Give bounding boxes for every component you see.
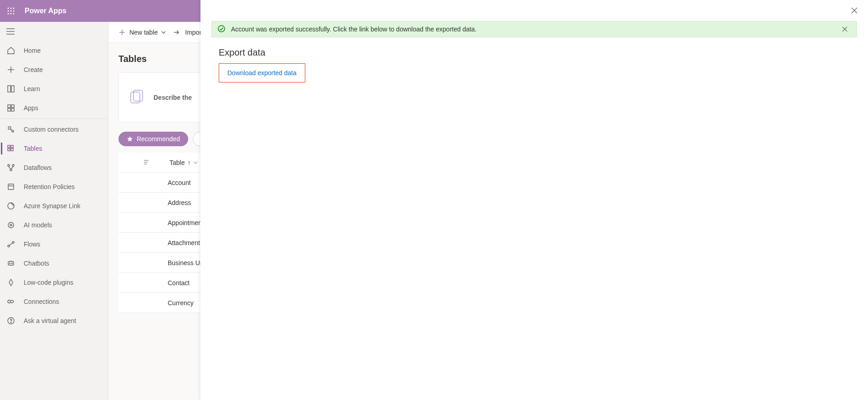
app-title: Power Apps [25, 7, 67, 15]
plus-icon [6, 65, 15, 74]
hamburger-icon [6, 28, 15, 35]
nav-collapse-toggle[interactable] [0, 22, 108, 41]
nav-low-code-plugins[interactable]: Low-code plugins [0, 273, 108, 292]
panel-close-button[interactable] [848, 4, 861, 17]
col-table-header[interactable]: Table ↑ [169, 159, 198, 166]
star-icon [127, 136, 133, 142]
svg-point-37 [8, 222, 14, 228]
svg-rect-41 [8, 262, 14, 265]
svg-rect-27 [11, 145, 13, 148]
nav-label: Flows [24, 241, 41, 248]
nav-label: Dataflows [24, 164, 51, 171]
close-icon [842, 26, 848, 32]
banner-dismiss-button[interactable] [838, 23, 851, 36]
nav-azure-synapse-link[interactable]: Azure Synapse Link [0, 196, 108, 215]
svg-point-58 [218, 26, 225, 32]
nav-ai-models[interactable]: AI models [0, 215, 108, 235]
nav-custom-connectors[interactable]: Custom connectors [0, 120, 108, 139]
svg-point-6 [8, 13, 9, 15]
banner-message: Account was exported successfully. Click… [231, 26, 833, 33]
chatbots-icon [6, 259, 15, 268]
svg-rect-18 [8, 105, 10, 108]
nav-label: Custom connectors [24, 126, 79, 133]
svg-point-5 [13, 10, 15, 12]
svg-rect-25 [8, 145, 10, 148]
connector-icon [6, 125, 15, 134]
nav-label: Chatbots [24, 260, 49, 267]
nav-apps[interactable]: Apps [0, 98, 108, 118]
svg-point-47 [10, 322, 11, 323]
export-data-panel: Account was exported successfully. Click… [200, 0, 868, 400]
connections-icon [6, 297, 15, 306]
nav-home[interactable]: Home [0, 41, 108, 60]
success-check-icon [217, 25, 226, 34]
import-button[interactable]: Import [173, 29, 203, 36]
sort-direction-indicator: ↑ [187, 159, 190, 166]
svg-rect-19 [11, 105, 14, 108]
apps-icon [6, 103, 15, 113]
table-cell: Attachment [118, 239, 200, 246]
new-table-button[interactable]: New table [118, 29, 166, 36]
svg-point-44 [12, 263, 13, 264]
nav-label: Ask a virtual agent [24, 317, 76, 324]
chevron-down-icon [161, 30, 166, 35]
success-banner: Account was exported successfully. Click… [211, 21, 857, 37]
svg-point-29 [8, 164, 10, 166]
nav-connections[interactable]: Connections [0, 292, 108, 311]
nav-flows[interactable]: Flows [0, 235, 108, 254]
plus-icon [118, 29, 126, 36]
nav-create[interactable]: Create [0, 60, 108, 79]
nav-tables[interactable]: Tables [0, 139, 108, 158]
download-link-highlight: Download exported data [219, 63, 305, 82]
nav-label: Retention Policies [24, 183, 75, 190]
synapse-icon [6, 201, 15, 210]
waffle-menu[interactable] [4, 4, 18, 18]
nav-label: Tables [24, 145, 42, 152]
col-label-text: Table [169, 159, 185, 166]
list-sort-icon[interactable] [143, 159, 149, 166]
nav-retention-policies[interactable]: Retention Policies [0, 177, 108, 196]
retention-icon [6, 182, 15, 191]
svg-rect-20 [8, 108, 10, 111]
svg-rect-28 [11, 149, 13, 151]
recommended-pill[interactable]: Recommended [118, 132, 188, 146]
svg-point-2 [13, 8, 15, 9]
nav-label: Connections [24, 298, 59, 305]
nav-dataflows[interactable]: Dataflows [0, 158, 108, 177]
svg-point-3 [8, 10, 9, 12]
svg-rect-21 [11, 108, 14, 111]
copilot-icon [128, 88, 145, 107]
waffle-icon [7, 7, 15, 15]
svg-point-30 [12, 164, 14, 166]
table-cell: Currency [118, 299, 194, 307]
nav-label: AI models [24, 221, 52, 229]
svg-point-31 [10, 169, 12, 171]
svg-point-45 [8, 300, 10, 303]
home-icon [6, 46, 15, 55]
nav-divider [0, 118, 108, 119]
table-cell: Account [118, 179, 191, 186]
svg-line-33 [11, 166, 13, 169]
table-cell: Contact [118, 279, 190, 287]
table-cell: Address [118, 199, 191, 206]
svg-rect-17 [11, 86, 14, 92]
svg-point-4 [10, 10, 12, 12]
close-icon [851, 7, 858, 14]
left-nav: Home Create Learn Apps [0, 22, 108, 400]
svg-point-7 [10, 13, 12, 15]
nav-ask-virtual-agent[interactable]: Ask a virtual agent [0, 311, 108, 330]
plugin-icon [6, 278, 15, 287]
book-icon [6, 84, 15, 93]
svg-point-1 [10, 8, 12, 9]
nav-label: Low-code plugins [24, 279, 73, 286]
nav-label: Azure Synapse Link [24, 202, 81, 210]
svg-rect-16 [8, 86, 10, 92]
nav-learn[interactable]: Learn [0, 79, 108, 98]
table-cell: Business Unit [118, 259, 207, 267]
nav-chatbots[interactable]: Chatbots [0, 254, 108, 273]
nav-label: Create [24, 66, 43, 73]
import-icon [173, 30, 181, 35]
download-exported-data-link[interactable]: Download exported data [227, 69, 297, 77]
svg-point-43 [10, 263, 10, 264]
svg-line-32 [9, 166, 10, 169]
